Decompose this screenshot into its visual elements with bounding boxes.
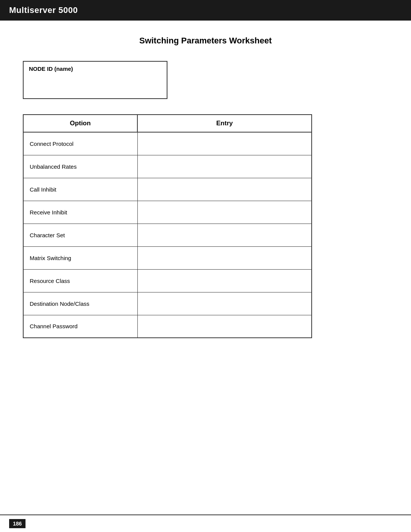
table-row: Receive Inhibit	[23, 201, 312, 224]
table-row: Unbalanced Rates	[23, 155, 312, 178]
table-cell-option: Matrix Switching	[23, 246, 137, 269]
table-row: Destination Node/Class	[23, 292, 312, 315]
table-cell-entry	[137, 201, 312, 224]
col-entry-header: Entry	[137, 115, 312, 132]
table-cell-entry	[137, 269, 312, 292]
header-bar: Multiserver 5000	[0, 0, 411, 21]
page-title: Switching Parameters Worksheet	[23, 36, 388, 46]
table-cell-option: Channel Password	[23, 315, 137, 338]
col-option-header: Option	[23, 115, 137, 132]
table-row: Resource Class	[23, 269, 312, 292]
table-cell-option: Call Inhibit	[23, 178, 137, 201]
table-header-row: Option Entry	[23, 115, 312, 132]
table-cell-option: Resource Class	[23, 269, 137, 292]
table-cell-option: Destination Node/Class	[23, 292, 137, 315]
table-row: Call Inhibit	[23, 178, 312, 201]
table-cell-entry	[137, 292, 312, 315]
table-cell-entry	[137, 246, 312, 269]
node-id-box: NODE ID (name)	[23, 61, 167, 99]
table-row: Matrix Switching	[23, 246, 312, 269]
table-cell-option: Connect Protocol	[23, 132, 137, 155]
table-cell-option: Unbalanced Rates	[23, 155, 137, 178]
page-number: 186	[9, 519, 25, 528]
table-row: Channel Password	[23, 315, 312, 338]
table-cell-option: Character Set	[23, 224, 137, 246]
table-cell-option: Receive Inhibit	[23, 201, 137, 224]
params-table: Option Entry Connect ProtocolUnbalanced …	[23, 114, 312, 338]
page-content: Switching Parameters Worksheet NODE ID (…	[0, 21, 411, 353]
node-id-label: NODE ID (name)	[29, 66, 73, 72]
header-title: Multiserver 5000	[9, 5, 78, 15]
table-row: Character Set	[23, 224, 312, 246]
table-cell-entry	[137, 155, 312, 178]
table-cell-entry	[137, 315, 312, 338]
table-cell-entry	[137, 178, 312, 201]
footer-bar: 186	[0, 514, 411, 532]
table-cell-entry	[137, 132, 312, 155]
table-cell-entry	[137, 224, 312, 246]
table-row: Connect Protocol	[23, 132, 312, 155]
